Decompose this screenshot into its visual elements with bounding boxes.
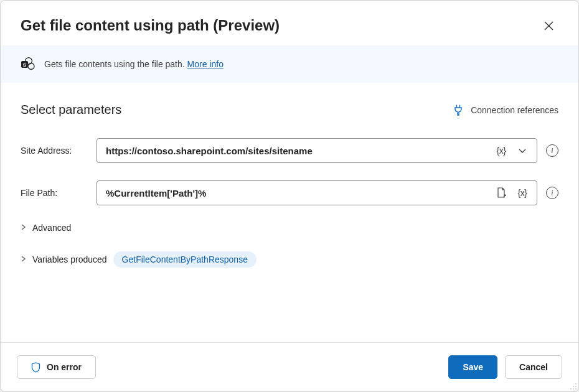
svg-point-1 xyxy=(28,63,34,70)
resize-grip-icon[interactable] xyxy=(568,381,577,390)
banner-text: Gets file contents using the file path. … xyxy=(44,59,224,69)
banner-description: Gets file contents using the file path. xyxy=(44,59,185,69)
chevron-right-icon xyxy=(21,256,26,263)
info-icon: i xyxy=(551,146,553,156)
file-picker-button[interactable] xyxy=(493,185,509,201)
info-icon: i xyxy=(551,189,553,198)
variable-picker-icon[interactable]: {x} xyxy=(493,142,509,159)
dialog-title: Get file content using path (Preview) xyxy=(21,17,280,34)
parameters-section-header: Select parameters Connection references xyxy=(21,103,558,117)
connection-references-label: Connection references xyxy=(471,105,558,115)
connection-references-button[interactable]: Connection references xyxy=(453,105,558,116)
info-banner: S Gets file contents using the file path… xyxy=(1,45,578,83)
file-path-value: %CurrentItem['Path']% xyxy=(106,188,488,198)
svg-point-6 xyxy=(575,386,577,387)
advanced-toggle[interactable]: Advanced xyxy=(21,223,558,233)
parameters-title: Select parameters xyxy=(21,103,121,117)
variables-produced-toggle[interactable]: Variables produced GetFileContentByPathR… xyxy=(21,251,558,268)
site-address-row: Site Address: https://contoso.sharepoint… xyxy=(21,138,558,163)
svg-point-9 xyxy=(575,388,577,390)
action-config-dialog: Get file content using path (Preview) S … xyxy=(0,0,579,392)
chevron-right-icon xyxy=(21,224,26,231)
svg-text:S: S xyxy=(23,62,27,68)
close-icon xyxy=(544,21,553,30)
close-button[interactable] xyxy=(539,16,558,35)
output-variable-pill[interactable]: GetFileContentByPathResponse xyxy=(113,251,257,268)
svg-point-4 xyxy=(575,383,577,385)
cancel-button[interactable]: Cancel xyxy=(505,355,562,379)
save-button[interactable]: Save xyxy=(448,355,497,379)
file-picker-icon xyxy=(496,187,507,198)
dropdown-toggle[interactable] xyxy=(514,142,530,159)
variable-picker-icon[interactable]: {x} xyxy=(514,185,530,201)
dialog-content: Select parameters Connection references … xyxy=(1,83,578,342)
dialog-footer: On error Save Cancel xyxy=(1,342,578,391)
file-path-row: File Path: %CurrentItem['Path']% {x} i xyxy=(21,180,558,205)
file-path-input[interactable]: %CurrentItem['Path']% {x} xyxy=(96,180,537,205)
file-path-info[interactable]: i xyxy=(546,187,558,199)
dialog-header: Get file content using path (Preview) xyxy=(1,1,578,45)
svg-point-7 xyxy=(570,388,572,390)
site-address-label: Site Address: xyxy=(21,146,89,156)
sharepoint-connector-icon: S xyxy=(21,57,35,72)
advanced-label: Advanced xyxy=(32,223,71,233)
shield-icon xyxy=(31,362,40,373)
on-error-label: On error xyxy=(47,362,82,372)
more-info-link[interactable]: More info xyxy=(187,59,224,69)
variables-produced-label: Variables produced xyxy=(32,254,107,264)
file-path-label: File Path: xyxy=(21,188,89,198)
plug-icon xyxy=(453,105,463,116)
site-address-info[interactable]: i xyxy=(546,144,558,157)
svg-point-8 xyxy=(573,388,574,390)
svg-point-5 xyxy=(573,386,574,387)
on-error-button[interactable]: On error xyxy=(17,355,96,379)
chevron-down-icon xyxy=(518,146,527,155)
site-address-input[interactable]: https://contoso.sharepoint.com/sites/sit… xyxy=(96,138,537,163)
site-address-value: https://contoso.sharepoint.com/sites/sit… xyxy=(106,146,488,156)
